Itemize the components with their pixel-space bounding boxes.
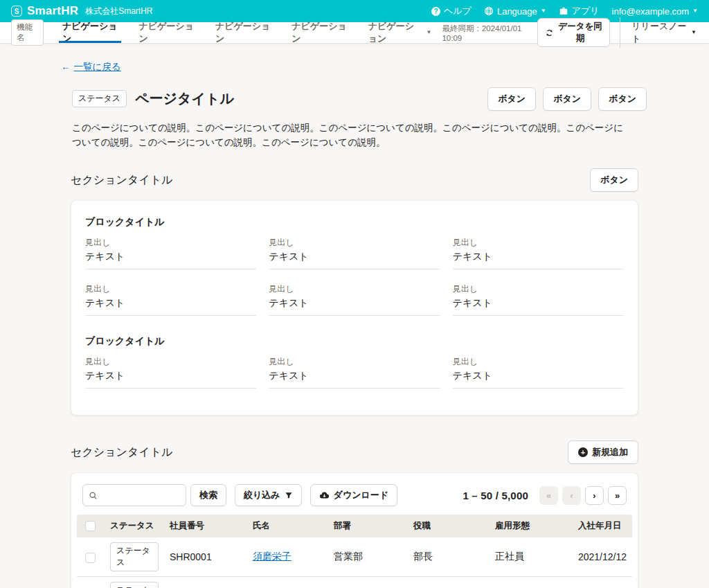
last-sync-text: 最終同期：2024/01/01 10:09 [442,24,531,42]
nav-tab-4[interactable]: ナビゲーション▼ [358,22,442,43]
block-title: ブロックタイトル [85,335,624,348]
page-action-button-1[interactable]: ボタン [543,87,591,111]
field-label: 見出し [453,283,624,295]
briefcase-icon [559,6,568,16]
page-status-badge: ステータス [72,90,127,107]
department-cell: 営業部 [328,577,408,588]
employment-type-cell: 正社員 [490,577,573,588]
filter-button[interactable]: 絞り込み [235,484,302,506]
sync-button-label: データを同期 [558,21,603,44]
add-new-label: 新規追加 [592,446,628,458]
nav-tab-label: ナビゲーション [291,20,347,45]
row-checkbox[interactable] [85,553,96,563]
chevron-down-icon: ▼ [692,8,698,14]
checkbox-cell [77,537,105,577]
field-value: テキスト [85,251,256,263]
first-page-button: « [539,486,558,505]
nav-tab-1[interactable]: ナビゲーション [128,22,204,43]
nav-tab-0[interactable]: ナビゲーション [52,22,128,43]
employee-name-link[interactable]: 須磨栄子 [253,551,291,562]
status-cell: ステータス [105,577,164,588]
account-email: info@example.com [612,6,689,17]
employee-id-cell: SHR0001 [164,577,247,588]
sync-icon [545,28,554,37]
field: 見出しテキスト [85,283,256,316]
apps-label: アプリ [572,5,600,17]
column-header: 入社年月日 [573,515,632,537]
next-page-button[interactable]: › [585,486,604,505]
app-nav: 機能名 ナビゲーションナビゲーションナビゲーションナビゲーションナビゲーション▼… [0,22,709,44]
field-value: テキスト [269,370,440,382]
search-button[interactable]: 検索 [190,484,226,506]
apps-menu[interactable]: アプリ [559,5,600,17]
back-to-list-link[interactable]: ← 一覧に戻る [61,61,121,73]
main-content: ← 一覧に戻る ステータス ページタイトル ボタンボタンボタン このページについ… [61,44,648,588]
column-header: 役職 [408,515,490,537]
page-header: ステータス ページタイトル ボタンボタンボタン [72,87,647,111]
field: 見出しテキスト [453,237,624,269]
employee-name-cell: 須磨栄子 [247,577,328,588]
nav-tab-3[interactable]: ナビゲーション [281,22,357,43]
table-row: ステータスSHR0001須磨栄子営業部部長正社員2021/12/12 [77,577,632,588]
department-cell: 営業部 [328,537,408,577]
field-value: テキスト [269,251,440,263]
sync-data-button[interactable]: データを同期 [537,18,611,47]
add-new-button[interactable]: + 新規追加 [568,440,638,464]
hire-date-cell: 2021/12/12 [573,577,632,588]
field-value: テキスト [85,297,256,310]
smarthr-logo[interactable]: S SmartHR [11,4,78,18]
field-label: 見出し [85,356,256,368]
smarthr-logo-icon: S [11,6,22,17]
table-header-row: ステータス社員番号氏名部署役職雇用形態入社年月日 [77,515,632,537]
nav-tab-label: ナビゲーション [138,20,194,45]
download-button-label: ダウンロード [334,489,389,501]
field: 見出しテキスト [85,237,256,269]
plus-circle-icon: + [578,447,588,457]
select-all-checkbox[interactable] [85,521,96,531]
position-cell: 部長 [408,537,490,577]
field: 見出しテキスト [453,356,624,389]
field-row: 見出しテキスト見出しテキスト見出しテキスト [85,283,624,316]
field-label: 見出し [85,237,256,249]
nav-tabs: ナビゲーションナビゲーションナビゲーションナビゲーションナビゲーション▼ [52,22,442,43]
page-action-button-2[interactable]: ボタン [598,87,647,111]
search-box [82,484,186,506]
column-header: ステータス [105,515,164,537]
column-header: 氏名 [247,515,328,537]
page-action-button-0[interactable]: ボタン [487,87,536,111]
help-icon: ? [431,7,440,16]
table-head: ステータス社員番号氏名部署役職雇用形態入社年月日 [77,515,632,537]
section1-button[interactable]: ボタン [590,168,638,192]
field-label: 見出し [269,283,440,295]
language-menu[interactable]: Language ▼ [484,6,546,17]
block-title: ブロックタイトル [85,216,624,229]
help-link[interactable]: ? ヘルプ [431,5,472,17]
field: 見出しテキスト [269,283,440,316]
nav-tab-label: ナビゲーション [368,20,423,45]
column-header: 社員番号 [164,515,247,537]
funnel-icon [285,491,293,499]
table-body: ステータスSHR0001須磨栄子営業部部長正社員2021/12/12ステータスS… [77,537,632,588]
company-name: 株式会社SmartHR [85,6,152,17]
status-cell: ステータス [105,537,164,577]
language-label: Language [497,6,537,17]
field-label: 見出し [269,356,440,368]
account-menu[interactable]: info@example.com ▼ [612,6,698,17]
field-value: テキスト [453,251,624,263]
section1-title: セクションタイトル [71,173,172,188]
search-input[interactable] [102,490,180,501]
column-header: 部署 [328,515,408,537]
employee-name-cell: 須磨栄子 [247,537,328,577]
field-row: 見出しテキスト見出しテキスト見出しテキスト [85,237,624,269]
nav-tab-2[interactable]: ナビゲーション [205,22,281,43]
column-header: 雇用形態 [490,515,573,537]
release-notes-menu[interactable]: リリースノート ▼ [620,17,698,48]
field-label: 見出し [269,237,440,249]
field: 見出しテキスト [269,237,440,269]
field-label: 見出し [85,283,256,295]
download-button[interactable]: ダウンロード [310,484,398,506]
back-arrow-icon: ← [61,62,71,72]
select-all-cell [77,515,105,537]
last-page-button[interactable]: » [608,486,627,505]
checkbox-cell [77,577,105,588]
